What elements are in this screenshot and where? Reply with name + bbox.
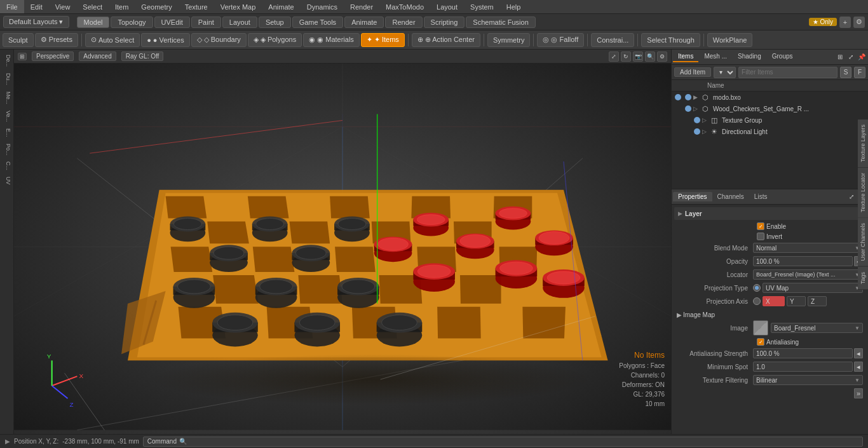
expand-icon-2[interactable]: ▷ <box>693 105 702 112</box>
list-item[interactable]: ▷ ⬡ Wood_Checkers_Set_Game_R ... <box>672 103 868 114</box>
vertices-button[interactable]: ● ● Vertices <box>141 33 190 47</box>
layout-tab-paint[interactable]: Paint <box>191 17 221 28</box>
menu-layout[interactable]: Layout <box>430 0 464 13</box>
tab-tags[interactable]: Tags <box>858 267 868 290</box>
menu-file[interactable]: File <box>0 0 24 13</box>
sidebar-item-col[interactable]: C... <box>1 159 13 173</box>
panel-settings-icon[interactable]: ⊞ <box>835 52 845 62</box>
list-item[interactable]: ▶ ⬡ modo.bxo <box>672 92 868 103</box>
expand-icon-3[interactable]: ▷ <box>702 117 711 123</box>
sidebar-item-default[interactable]: De... <box>1 52 13 69</box>
command-input[interactable]: Command 🔍 <box>143 437 863 447</box>
props-tab-lists[interactable]: Lists <box>749 192 773 201</box>
sidebar-item-edit[interactable]: E... <box>1 126 13 140</box>
viewport-icon-rotate[interactable]: ↻ <box>621 51 631 62</box>
layout-dropdown[interactable]: Default Layouts ▾ <box>3 16 69 28</box>
autoselect-button[interactable]: ⊙ Auto Select <box>85 33 140 47</box>
shading-button[interactable]: Advanced <box>79 51 116 61</box>
add-item-button[interactable]: Add Item <box>674 67 711 77</box>
antialiasing-checkbox-item[interactable]: ✓ Antialiasing <box>757 338 799 346</box>
antialiasing-checkbox[interactable]: ✓ <box>757 338 764 346</box>
items-dropdown[interactable]: ▾ <box>714 67 736 78</box>
layout-tab-layout[interactable]: Layout <box>222 17 257 28</box>
viewport-icon-maximize[interactable]: ⤢ <box>609 51 619 62</box>
sidebar-item-ver[interactable]: Ve... <box>1 108 13 125</box>
minimum-spot-value[interactable]: 1.0 <box>753 362 853 372</box>
menu-help[interactable]: Help <box>500 0 527 13</box>
layout-tab-model[interactable]: Model <box>77 17 110 28</box>
materials-button[interactable]: ◉ ◉ Materials <box>303 33 360 47</box>
texture-filtering-dropdown[interactable]: Bilinear ▼ <box>753 375 863 385</box>
layout-tab-setup[interactable]: Setup <box>259 17 291 28</box>
antialiasing-expand-icon[interactable]: ◂ <box>854 348 863 358</box>
sidebar-item-mesh[interactable]: Me... <box>1 89 13 107</box>
invert-checkbox-item[interactable]: Invert <box>757 233 782 240</box>
symmetry-button[interactable]: Symmetry <box>487 33 531 47</box>
list-item[interactable]: ▷ ◫ Texture Group <box>672 114 868 126</box>
props-expand-icon[interactable]: ⤢ <box>846 192 857 202</box>
items-s-button[interactable]: S <box>840 67 851 78</box>
sidebar-item-dup[interactable]: Du... <box>1 71 13 88</box>
add-layout-button[interactable]: + <box>839 17 851 28</box>
menu-maxtomodo[interactable]: MaxToModo <box>379 0 430 13</box>
menu-texture[interactable]: Texture <box>179 0 214 13</box>
sidebar-item-uv[interactable]: UV <box>1 174 13 187</box>
minimum-spot-expand-icon[interactable]: ◂ <box>854 362 863 372</box>
items-button[interactable]: ✦ ✦ Items <box>361 33 405 47</box>
layout-tab-schematic[interactable]: Schematic Fusion <box>466 17 535 28</box>
expand-icon-1[interactable]: ▶ <box>693 94 702 100</box>
layout-tab-animate[interactable]: Animate <box>344 17 384 28</box>
blend-mode-dropdown[interactable]: Normal ▼ <box>753 243 863 253</box>
layer-section-header[interactable]: ▶ Layer <box>674 207 865 220</box>
projection-radio[interactable] <box>753 284 761 292</box>
filter-items-input[interactable] <box>738 67 837 78</box>
expand-icon-4[interactable]: ▷ <box>702 128 711 135</box>
tab-items[interactable]: Items <box>673 51 698 62</box>
tab-texture-locator[interactable]: Texture Locator <box>858 168 868 218</box>
tab-user-channels[interactable]: User Channels <box>858 218 868 267</box>
layout-tab-uvedit[interactable]: UVEdit <box>154 17 190 28</box>
enable-checkbox[interactable]: ✓ <box>757 222 764 230</box>
vis-icon-4[interactable] <box>692 115 702 125</box>
menu-dynamics[interactable]: Dynamics <box>301 0 344 13</box>
image-map-triangle[interactable]: ▶ <box>677 311 683 318</box>
polygons-button[interactable]: ◈ ◈ Polygons <box>248 33 302 47</box>
viewport-icon-settings[interactable]: ⚙ <box>657 51 667 62</box>
image-dropdown[interactable]: Board_Fresnel ▼ <box>771 323 863 333</box>
status-arrow-icon[interactable]: ▶ <box>5 438 10 445</box>
axis-y-value[interactable]: Y <box>787 296 806 306</box>
layout-tab-scripting[interactable]: Scripting <box>424 17 465 28</box>
panel-expand-icon[interactable]: ⤢ <box>846 52 856 62</box>
props-tab-properties[interactable]: Properties <box>673 192 712 201</box>
opacity-value[interactable]: 100.0 % <box>753 256 853 266</box>
sculpt-button[interactable]: Sculpt <box>3 33 34 47</box>
sidebar-item-pol[interactable]: Po... <box>1 141 13 158</box>
menu-select[interactable]: Select <box>76 0 109 13</box>
expand-all-button[interactable]: » <box>854 388 863 398</box>
vis-icon-3[interactable] <box>683 104 693 114</box>
panel-pin-icon[interactable]: 📌 <box>857 52 867 62</box>
vis-icon-1[interactable] <box>673 92 683 102</box>
boundary-button[interactable]: ◇ ◇ Boundary <box>191 33 247 47</box>
vis-icon-2[interactable] <box>683 92 693 102</box>
axis-radio[interactable] <box>753 297 761 305</box>
props-tab-channels[interactable]: Channels <box>712 192 749 201</box>
menu-vertex-map[interactable]: Vertex Map <box>214 0 262 13</box>
tab-groups[interactable]: Groups <box>767 51 798 62</box>
perspective-button[interactable]: Perspective <box>32 51 74 61</box>
constraints-button[interactable]: Constrai... <box>591 33 634 47</box>
action-center-button[interactable]: ⊕ ⊕ Action Center <box>412 33 480 47</box>
vis-icon-5[interactable] <box>692 126 702 137</box>
projection-type-dropdown[interactable]: UV Map ▼ <box>763 283 863 293</box>
select-through-button[interactable]: Select Through <box>641 33 700 47</box>
layout-tab-topology[interactable]: Topology <box>111 17 153 28</box>
items-f-button[interactable]: F <box>854 67 865 78</box>
tab-shading[interactable]: Shading <box>733 51 766 62</box>
axis-x-value[interactable]: X <box>763 296 785 306</box>
menu-animate[interactable]: Animate <box>262 0 300 13</box>
menu-edit[interactable]: Edit <box>24 0 49 13</box>
invert-checkbox[interactable] <box>757 233 764 240</box>
3d-canvas[interactable]: X Y Z No Items Polygons : Face Channels:… <box>14 64 671 434</box>
tab-mesh[interactable]: Mesh ... <box>699 51 732 62</box>
viewport-icon-search[interactable]: 🔍 <box>645 51 655 62</box>
